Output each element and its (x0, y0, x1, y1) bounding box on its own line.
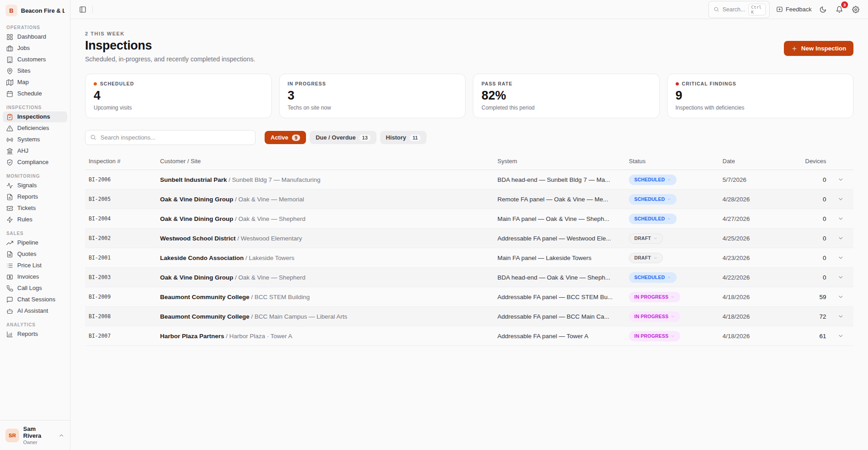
tab-label: Active (271, 134, 288, 141)
status-badge[interactable]: SCHEDULED (629, 194, 677, 205)
tab-history[interactable]: History11 (380, 131, 426, 144)
sidebar-item-operations-schedule[interactable]: Schedule (3, 88, 67, 99)
expand-row-button[interactable] (828, 235, 853, 241)
expand-row-button[interactable] (828, 333, 853, 339)
expand-row-button[interactable] (828, 274, 853, 280)
sidebar-item-inspections-deficiencies[interactable]: Deficiencies (3, 123, 67, 134)
inspection-id: BI-2004 (85, 215, 156, 222)
stat-label: CRITICAL FINDINGS (682, 81, 737, 86)
briefcase-icon (6, 45, 13, 52)
table-row[interactable]: BI-2004Oak & Vine Dining Group / Oak & V… (85, 209, 853, 229)
brand-name: Beacon Fire & L... (21, 7, 65, 14)
status-badge[interactable]: SCHEDULED (629, 214, 677, 224)
inspection-id: BI-2002 (85, 235, 156, 241)
table-row[interactable]: BI-2005Oak & Vine Dining Group / Oak & V… (85, 190, 853, 209)
system-name: Main FA panel — Lakeside Towers (494, 255, 625, 261)
sidebar-item-operations-map[interactable]: Map (3, 77, 67, 88)
sidebar-item-label: Price List (17, 262, 41, 269)
new-inspection-button[interactable]: New Inspection (784, 41, 853, 56)
sidebar-item-label: AHJ (17, 147, 29, 155)
sidebar-item-label: Systems (17, 136, 40, 143)
inspection-id: BI-2008 (85, 313, 156, 320)
device-count: 72 (798, 313, 828, 320)
sidebar-item-inspections-systems[interactable]: Systems (3, 134, 67, 145)
customer-site[interactable]: Beaumont Community College / BCC STEM Bu… (156, 294, 494, 300)
calendar-icon (6, 90, 13, 97)
status-cell: SCHEDULED (625, 175, 719, 185)
sidebar-item-monitoring-reports[interactable]: Reports (3, 191, 67, 202)
tab-active[interactable]: Active9 (265, 131, 306, 144)
sidebar-item-operations-jobs[interactable]: Jobs (3, 43, 67, 54)
expand-row-button[interactable] (828, 196, 853, 202)
expand-row-button[interactable] (828, 215, 853, 222)
status-badge[interactable]: DRAFT (629, 253, 663, 263)
table-row[interactable]: BI-2003Oak & Vine Dining Group / Oak & V… (85, 268, 853, 287)
customer-site[interactable]: Oak & Vine Dining Group / Oak & Vine — S… (156, 274, 494, 281)
sidebar-item-sales-pipeline[interactable]: Pipeline (3, 237, 67, 248)
user-menu[interactable]: SR Sam Rivera Owner (0, 420, 70, 450)
sidebar-item-monitoring-signals[interactable]: Signals (3, 180, 67, 191)
sidebar-item-operations-sites[interactable]: Sites (3, 65, 67, 76)
notifications-button[interactable]: 3 (834, 5, 844, 15)
status-badge[interactable]: IN PROGRESS (629, 292, 680, 302)
chevron-down-icon (838, 313, 844, 320)
table-row[interactable]: BI-2008Beaumont Community College / BCC … (85, 307, 853, 326)
sidebar-item-sales-chat-sessions[interactable]: Chat Sessions (3, 294, 67, 305)
customer-site[interactable]: Oak & Vine Dining Group / Oak & Vine — S… (156, 215, 494, 222)
expand-row-button[interactable] (828, 313, 853, 320)
table-row[interactable]: BI-2007Harbor Plaza Partners / Harbor Pl… (85, 326, 853, 346)
sidebar-item-sales-ai-assistant[interactable]: AI Assistant (3, 305, 67, 316)
sidebar-item-label: Schedule (17, 90, 42, 97)
sidebar-item-sales-invoices[interactable]: Invoices (3, 271, 67, 282)
sidebar-item-operations-dashboard[interactable]: Dashboard (3, 31, 67, 42)
tab-due-overdue[interactable]: Due / Overdue13 (310, 131, 376, 144)
table-row[interactable]: BI-2006Sunbelt Industrial Park / Sunbelt… (85, 170, 853, 190)
expand-row-button[interactable] (828, 255, 853, 261)
feedback-button[interactable]: Feedback (776, 6, 812, 13)
stat-value: 82% (482, 89, 651, 103)
sidebar-item-label: Invoices (17, 273, 39, 280)
customer-site[interactable]: Lakeside Condo Association / Lakeside To… (156, 255, 494, 261)
settings-button[interactable] (851, 5, 861, 15)
sidebar-item-inspections-ahj[interactable]: AHJ (3, 145, 67, 156)
global-search[interactable]: Search... Ctrl K (708, 1, 770, 18)
sidebar-item-sales-call-logs[interactable]: Call Logs (3, 283, 67, 294)
sidebar-item-monitoring-tickets[interactable]: Tickets (3, 203, 67, 214)
customer-site[interactable]: Westwood School District / Westwood Elem… (156, 235, 494, 242)
inspection-search-input[interactable] (85, 130, 256, 145)
customer-site[interactable]: Beaumont Community College / BCC Main Ca… (156, 313, 494, 320)
customer-site[interactable]: Harbor Plaza Partners / Harbor Plaza · T… (156, 333, 494, 340)
table-row[interactable]: BI-2001Lakeside Condo Association / Lake… (85, 248, 853, 268)
table-row[interactable]: BI-2009Beaumont Community College / BCC … (85, 287, 853, 307)
customer-site[interactable]: Oak & Vine Dining Group / Oak & Vine — M… (156, 196, 494, 203)
sidebar-item-operations-customers[interactable]: Customers (3, 54, 67, 65)
status-badge[interactable]: DRAFT (629, 233, 663, 244)
status-cell: DRAFT (625, 233, 719, 244)
sidebar-item-monitoring-rules[interactable]: Rules (3, 214, 67, 225)
topbar: Search... Ctrl K Feedback 3 (70, 0, 868, 19)
inspection-date: 4/18/2026 (719, 333, 798, 340)
moon-icon (819, 6, 827, 13)
sidebar-item-sales-price-list[interactable]: Price List (3, 260, 67, 271)
expand-row-button[interactable] (828, 294, 853, 300)
sidebar-item-analytics-reports[interactable]: Reports (3, 329, 67, 340)
sidebar-item-inspections-compliance[interactable]: Compliance (3, 157, 67, 168)
chevron-down-icon (671, 295, 675, 299)
stat-subtext: Inspections with deficiencies (676, 105, 845, 111)
sidebar-item-sales-quotes[interactable]: Quotes (3, 249, 67, 260)
brand[interactable]: B Beacon Fire & L... (0, 0, 70, 19)
status-badge[interactable]: IN PROGRESS (629, 331, 680, 341)
device-count: 0 (798, 215, 828, 222)
status-badge[interactable]: IN PROGRESS (629, 311, 680, 322)
expand-row-button[interactable] (828, 176, 853, 183)
table-row[interactable]: BI-2002Westwood School District / Westwo… (85, 229, 853, 248)
theme-toggle-button[interactable] (818, 5, 828, 15)
nav-section-label-monitoring: Monitoring (6, 174, 64, 179)
customer-site[interactable]: Sunbelt Industrial Park / Sunbelt Bldg 7… (156, 176, 494, 183)
sidebar-toggle-button[interactable] (78, 5, 88, 15)
sidebar-item-inspections-inspections[interactable]: Inspections (3, 111, 67, 122)
notification-count-badge: 3 (841, 1, 848, 8)
status-badge[interactable]: SCHEDULED (629, 175, 677, 185)
status-badge[interactable]: SCHEDULED (629, 272, 677, 283)
sidebar-item-label: AI Assistant (17, 307, 48, 315)
